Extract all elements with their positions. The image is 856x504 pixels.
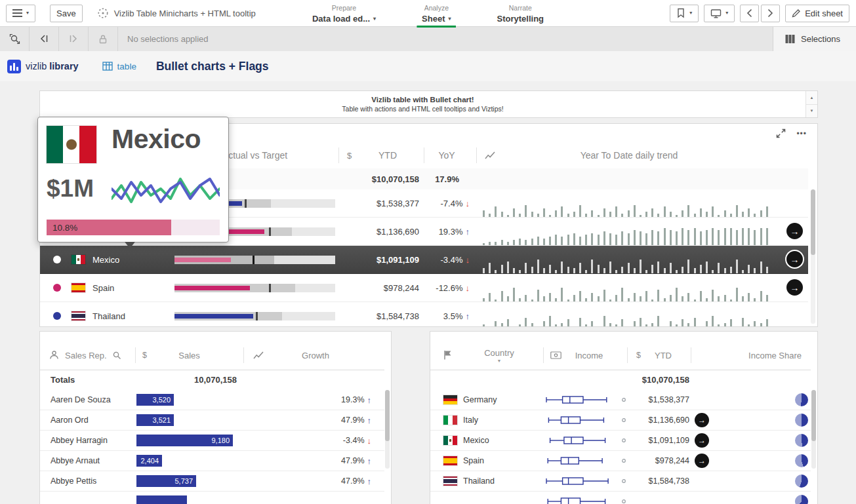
growth-down-arrow-icon: ↓ [367, 436, 372, 446]
bullet-chart [174, 256, 335, 264]
ytd-value: $1,538,377 [621, 390, 689, 410]
next-sheet-button[interactable] [761, 5, 780, 22]
step-forward-icon[interactable] [59, 26, 89, 51]
income-boxplot [544, 476, 628, 488]
column-header-ytd[interactable]: YTD [355, 142, 420, 168]
app-title: Vizlib Table Minicharts + HTML tooltip [114, 9, 256, 18]
country-row[interactable]: Italy$1,136,690→ [430, 410, 811, 431]
selections-grid-icon [785, 34, 795, 44]
country-row[interactable]: Thailand$1,584,7383.5%↑ [40, 302, 808, 326]
nav-narrate[interactable]: Narrate Storytelling [492, 0, 550, 28]
row-action-button[interactable]: → [786, 223, 803, 239]
pencil-icon [792, 9, 801, 18]
growth-up-arrow-icon: ↑ [367, 476, 372, 486]
search-icon[interactable] [112, 351, 121, 360]
sales-bar: 5,737 [136, 475, 196, 487]
nav-analyze[interactable]: Analyze Sheet▾ [417, 0, 456, 28]
income-table-header: Country ▼ Income $ YTD Income Share [430, 341, 811, 370]
sales-rep-row[interactable]: Abbey Harragin9,180-3.4%↓ [40, 431, 384, 451]
trend-minichart [483, 189, 768, 222]
tab-table[interactable]: table [102, 62, 136, 71]
column-header-ytd[interactable]: YTD [634, 341, 693, 370]
sheet-pager [740, 5, 780, 22]
sales-rep-row[interactable] [40, 492, 384, 504]
country-name: Germany [463, 390, 497, 410]
scrollbar-thumb[interactable] [385, 390, 390, 441]
selections-message: No selections applied [127, 34, 209, 44]
global-menu-button[interactable]: ▾ [6, 5, 35, 22]
column-header-sales[interactable]: Sales [135, 341, 243, 370]
income-share-donut [795, 454, 808, 467]
scrollbar-thumb[interactable] [811, 390, 816, 441]
row-action-button[interactable]: → [695, 433, 709, 448]
sales-rep-name: Abbye Arnaut [51, 451, 100, 471]
income-share-donut [795, 393, 808, 406]
tooltip-share-label: 10.8% [52, 220, 77, 235]
nav-analyze-label: Sheet [422, 13, 445, 25]
ytd-value [621, 492, 689, 504]
scroll-up-icon[interactable]: ▲ [806, 91, 817, 105]
income-table-scrollbar[interactable] [811, 390, 816, 469]
lock-selections-icon[interactable] [89, 26, 118, 51]
column-header-growth[interactable]: Growth [256, 341, 375, 370]
column-divider [338, 147, 339, 163]
save-button[interactable]: Save [50, 5, 83, 22]
edit-sheet-label: Edit sheet [805, 9, 843, 18]
scrollbar-thumb[interactable] [811, 189, 815, 255]
country-row[interactable]: Mexico$1,091,109-3.4%↓→ [40, 246, 808, 274]
sales-rep-row[interactable]: Aaron Ord3,52147.9%↑ [40, 410, 384, 431]
bookmark-icon [676, 8, 685, 18]
column-header-income-share[interactable]: Income Share [693, 341, 802, 370]
options-menu-icon[interactable]: ••• [796, 129, 807, 138]
brand-name: vizlib [26, 61, 47, 71]
previous-sheet-button[interactable] [740, 5, 759, 22]
scroll-down-icon[interactable]: ▼ [806, 105, 817, 118]
country-row[interactable]: Spain$978,244→ [430, 451, 811, 471]
column-divider [691, 347, 691, 363]
sheets-button[interactable]: ▾ [704, 5, 735, 22]
main-table-scrollbar[interactable] [811, 189, 815, 324]
edit-sheet-button[interactable]: Edit sheet [785, 5, 849, 22]
sales-table-totals-row: Totals 10,070,158 [40, 370, 384, 391]
yoy-down-arrow-icon: ↓ [466, 283, 470, 293]
sales-table-scrollbar[interactable] [385, 390, 390, 469]
income-boxplot [544, 415, 628, 427]
country-row[interactable]: Thailand$1,584,738 [430, 471, 811, 492]
column-header-sales-rep[interactable]: Sales Rep. [65, 341, 107, 370]
totals-label: Totals [51, 370, 75, 390]
tooltip-country-name: Mexico [112, 124, 201, 155]
hamburger-icon [12, 9, 22, 17]
country-row[interactable]: Spain$978,244-12.6%↓→ [40, 274, 808, 302]
bookmarks-button[interactable]: ▾ [670, 5, 699, 22]
step-back-icon[interactable] [30, 26, 59, 51]
smart-search-icon[interactable] [0, 26, 30, 51]
country-row[interactable]: Mexico$1,091,109→ [430, 431, 811, 451]
qlik-sense-window: ▾ Save Vizlib Table Minicharts + HTML to… [0, 0, 856, 504]
sales-rep-row[interactable]: Abbye Arnaut2,40447.9%↑ [40, 451, 384, 471]
totals-yoy-value: 17.9% [414, 168, 459, 189]
sales-rep-name: Abbye Pettis [51, 471, 96, 491]
person-icon [49, 350, 59, 360]
sales-rep-row[interactable]: Abbye Pettis5,73747.9%↑ [40, 471, 384, 492]
caret-down-icon: ▾ [689, 10, 692, 16]
row-action-button[interactable]: → [695, 413, 709, 427]
column-header-trend[interactable]: Year To Date daily trend [476, 142, 782, 168]
nav-prepare[interactable]: Prepare Data load ed...▾ [307, 0, 381, 28]
ytd-value: $978,244 [621, 451, 689, 471]
row-action-button[interactable]: → [695, 454, 709, 468]
fullscreen-expand-icon[interactable] [776, 128, 786, 138]
country-header-label: Country [484, 348, 514, 358]
vizlib-library-brand[interactable]: vizlib library [7, 60, 79, 73]
country-row[interactable] [430, 492, 811, 504]
growth-up-arrow-icon: ↑ [367, 416, 372, 425]
column-header-country[interactable]: Country ▼ [466, 341, 532, 370]
row-action-button[interactable]: → [786, 279, 803, 296]
selections-tool-button[interactable]: Selections [773, 26, 856, 51]
app-identity[interactable]: Vizlib Table Minicharts + HTML tooltip [97, 7, 256, 19]
income-share-donut [795, 475, 808, 488]
sales-rep-row[interactable]: Aaren De Souza3,52019.3%↑ [40, 390, 384, 410]
row-action-button[interactable]: → [786, 251, 803, 267]
column-header-income[interactable]: Income [543, 341, 635, 370]
column-header-yoy[interactable]: YoY [424, 142, 470, 168]
country-row[interactable]: Germany$1,538,377 [430, 390, 811, 410]
